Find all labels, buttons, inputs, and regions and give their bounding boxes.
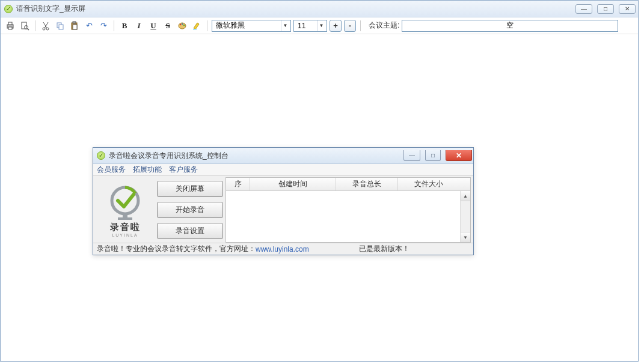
- start-record-button[interactable]: 开始录音: [157, 202, 223, 218]
- col-created-time[interactable]: 创建时间: [250, 178, 336, 190]
- table-header: 序 创建时间 录音总长 文件大小: [226, 178, 470, 191]
- font-family-value: 微软雅黑: [216, 20, 245, 31]
- font-size-value: 11: [298, 22, 305, 30]
- menu-customer-service[interactable]: 客户服务: [169, 165, 198, 175]
- separator: [35, 20, 35, 31]
- console-titlebar[interactable]: ✓ 录音啦会议录音专用识别系统_控制台 — □ ✕: [93, 148, 473, 164]
- table-scrollbar[interactable]: ▲ ▼: [460, 191, 470, 242]
- strikethrough-button[interactable]: S: [162, 20, 174, 32]
- col-seq[interactable]: 序: [226, 178, 250, 190]
- svg-rect-1: [8, 22, 12, 25]
- maximize-button[interactable]: □: [597, 4, 614, 14]
- close-button[interactable]: ✕: [619, 4, 636, 14]
- svg-rect-21: [123, 213, 127, 217]
- print-icon[interactable]: [4, 20, 16, 32]
- font-color-icon[interactable]: [176, 20, 188, 32]
- col-duration[interactable]: 录音总长: [336, 178, 398, 190]
- svg-rect-13: [73, 22, 76, 23]
- console-statusbar: 录音啦！专业的会议录音转文字软件，官方网址： www.luyinla.com 已…: [93, 243, 473, 255]
- record-settings-button[interactable]: 录音设置: [157, 223, 223, 239]
- logo-name: 录音啦: [110, 222, 141, 232]
- app-check-icon: ✓: [97, 151, 105, 160]
- control-buttons: 关闭屏幕 开始录音 录音设置: [157, 177, 223, 243]
- main-titlebar[interactable]: ✓ 语音识别文字_显示屏 — □ ✕: [1, 1, 638, 17]
- app-check-icon: ✓: [4, 5, 13, 13]
- svg-rect-11: [59, 25, 63, 29]
- svg-point-17: [182, 23, 183, 24]
- chevron-down-icon: ▼: [281, 20, 289, 31]
- meeting-topic-label: 会议主题:: [369, 20, 399, 31]
- console-window: ✓ 录音啦会议录音专用识别系统_控制台 — □ ✕ 会员服务 拓展功能 客户服务: [93, 147, 474, 255]
- underline-button[interactable]: U: [147, 20, 159, 32]
- console-title: 录音啦会议录音专用识别系统_控制台: [109, 151, 228, 161]
- bold-button[interactable]: B: [118, 20, 130, 32]
- separator: [114, 20, 114, 31]
- svg-point-16: [180, 23, 181, 25]
- highlight-icon[interactable]: [191, 20, 203, 32]
- svg-line-5: [28, 28, 29, 30]
- svg-rect-19: [193, 29, 197, 30]
- meeting-topic-input[interactable]: [402, 20, 618, 32]
- recordings-table: 序 创建时间 录音总长 文件大小 ▲ ▼: [225, 177, 471, 243]
- console-body: 录音啦 LUYINLA 关闭屏幕 开始录音 录音设置 序 创建时间 录音总长 文…: [96, 177, 471, 243]
- logo-subtitle: LUYINLA: [112, 233, 138, 237]
- undo-icon[interactable]: ↶: [83, 20, 95, 32]
- menu-extensions[interactable]: 拓展功能: [133, 165, 162, 175]
- font-size-decrease-button[interactable]: -: [344, 20, 356, 32]
- main-toolbar: ↶ ↷ B I U S 微软雅黑 ▼ 11 ▼ + - 会议主题:: [1, 17, 638, 34]
- console-close-button[interactable]: ✕: [446, 150, 472, 161]
- col-file-size[interactable]: 文件大小: [398, 178, 459, 190]
- main-window: ✓ 语音识别文字_显示屏 — □ ✕ ↶ ↷ B I U S: [0, 0, 639, 362]
- status-url[interactable]: www.luyinla.com: [256, 245, 309, 253]
- svg-rect-22: [118, 217, 132, 220]
- font-family-select[interactable]: 微软雅黑 ▼: [212, 20, 291, 32]
- svg-point-18: [183, 24, 185, 25]
- font-size-select[interactable]: 11 ▼: [293, 20, 327, 32]
- separator: [207, 20, 207, 31]
- paste-icon[interactable]: [69, 20, 81, 32]
- logo-panel: 录音啦 LUYINLA: [96, 177, 155, 243]
- minimize-button[interactable]: —: [575, 4, 592, 14]
- main-title: 语音识别文字_显示屏: [16, 4, 85, 14]
- svg-point-9: [46, 28, 49, 30]
- scroll-down-icon[interactable]: ▼: [461, 232, 470, 242]
- chevron-down-icon: ▼: [317, 20, 325, 31]
- separator: [360, 20, 361, 31]
- redo-icon[interactable]: ↷: [97, 20, 109, 32]
- console-menubar: 会员服务 拓展功能 客户服务: [93, 164, 473, 176]
- close-screen-button[interactable]: 关闭屏幕: [157, 181, 223, 197]
- italic-button[interactable]: I: [133, 20, 145, 32]
- svg-point-8: [43, 28, 45, 30]
- svg-rect-2: [8, 27, 12, 29]
- status-text: 录音啦！专业的会议录音转文字软件，官方网址：: [97, 244, 256, 254]
- table-body[interactable]: ▲ ▼: [226, 191, 470, 242]
- status-version: 已是最新版本！: [359, 244, 409, 254]
- cut-icon[interactable]: [40, 20, 52, 32]
- font-size-increase-button[interactable]: +: [330, 20, 342, 32]
- console-maximize-button[interactable]: □: [425, 150, 441, 161]
- svg-rect-14: [73, 25, 77, 29]
- app-logo-icon: [106, 183, 144, 221]
- console-minimize-button[interactable]: —: [403, 150, 420, 161]
- copy-icon[interactable]: [54, 20, 66, 32]
- print-preview-icon[interactable]: [19, 20, 31, 32]
- scroll-up-icon[interactable]: ▲: [461, 191, 470, 201]
- menu-member-service[interactable]: 会员服务: [97, 165, 126, 175]
